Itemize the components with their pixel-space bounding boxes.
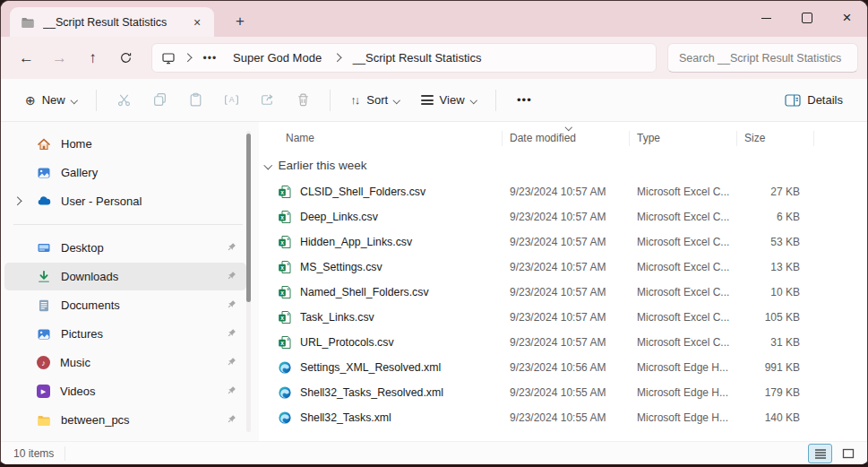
pin-icon — [226, 413, 237, 428]
this-pc-icon[interactable] — [161, 51, 176, 65]
svg-text:x: x — [280, 264, 284, 271]
table-row[interactable]: Settings_XML_Resolved.xml 9/23/2024 10:5… — [259, 355, 867, 380]
details-pane-label: Details — [807, 93, 843, 107]
copy-button[interactable] — [142, 85, 176, 116]
sidebar-item-downloads[interactable]: Downloads — [4, 263, 246, 290]
column-header-type[interactable]: Type — [630, 131, 737, 146]
desktop-icon — [37, 241, 51, 255]
delete-button[interactable] — [286, 85, 320, 116]
file-type: Microsoft Excel C... — [630, 336, 737, 349]
sidebar-item-label: Music — [60, 356, 90, 369]
svg-text:x: x — [280, 189, 284, 195]
table-row[interactable]: axURL_Protocols.csv 9/23/2024 10:57 AM M… — [259, 330, 867, 355]
breadcrumb-ellipsis[interactable]: ••• — [200, 50, 221, 66]
column-header-date-modified[interactable]: Date modified — [503, 131, 630, 146]
search-input[interactable] — [667, 43, 858, 73]
sidebar-item-user-personal[interactable]: User - Personal — [4, 187, 246, 215]
view-button[interactable]: View — [411, 87, 486, 114]
sidebar-item-label: Pictures — [61, 327, 103, 341]
group-header-label: Earlier this week — [279, 159, 367, 172]
large-icons-view-toggle[interactable] — [836, 444, 860, 463]
chevron-down-icon — [71, 97, 78, 104]
edge-html-icon — [278, 385, 292, 400]
sidebar-item-documents[interactable]: Documents — [4, 291, 246, 319]
file-name: Shell32_Tasks.xml — [300, 411, 391, 424]
group-header[interactable]: Earlier this week — [259, 151, 867, 179]
sidebar-item-pictures[interactable]: Pictures — [4, 320, 246, 348]
maximize-button[interactable] — [786, 1, 827, 35]
expand-chevron-icon[interactable] — [13, 197, 21, 205]
minimize-button[interactable] — [746, 1, 786, 35]
sidebar-item-videos[interactable]: ▶ Videos — [4, 377, 246, 405]
sidebar-scrollbar-thumb[interactable] — [246, 134, 251, 302]
forward-button[interactable]: → — [45, 44, 74, 73]
new-button-label: New — [42, 93, 65, 107]
table-row[interactable]: axCLSID_Shell_Folders.csv 9/23/2024 10:5… — [259, 179, 867, 204]
file-size: 10 KB — [737, 286, 814, 298]
edge-html-icon — [278, 360, 292, 375]
table-row[interactable]: axNamed_Shell_Folders.csv 9/23/2024 10:5… — [259, 280, 867, 305]
excel-csv-icon: ax — [278, 260, 292, 274]
sidebar-item-between-pcs[interactable]: between_pcs — [4, 406, 246, 434]
paste-button[interactable] — [178, 85, 212, 116]
rename-button[interactable]: A — [214, 85, 248, 116]
file-type: Microsoft Excel C... — [630, 211, 737, 223]
gallery-icon — [37, 166, 51, 180]
svg-text:a: a — [287, 262, 289, 266]
sidebar-item-home[interactable]: Home — [4, 130, 246, 158]
back-button[interactable]: ← — [12, 44, 41, 73]
file-name: Deep_Links.csv — [300, 211, 378, 223]
sidebar-item-desktop[interactable]: Desktop — [4, 234, 246, 262]
sidebar-scrollbar[interactable] — [246, 131, 251, 432]
chevron-right-icon — [333, 54, 341, 62]
sidebar-item-gallery[interactable]: Gallery — [4, 159, 246, 186]
toolbar-divider — [96, 90, 97, 111]
close-button[interactable]: × — [827, 1, 867, 35]
svg-text:a: a — [287, 237, 289, 241]
details-view-toggle[interactable] — [808, 444, 832, 463]
table-row[interactable]: axTask_Links.csv 9/23/2024 10:57 AM Micr… — [259, 305, 867, 330]
details-pane-icon — [785, 94, 801, 107]
more-options-button[interactable]: ••• — [506, 87, 543, 113]
file-size: 991 KB — [737, 361, 814, 374]
download-arrow-icon — [37, 270, 51, 284]
sidebar-item-label: Home — [61, 137, 92, 151]
svg-text:x: x — [280, 239, 284, 246]
tab-close-icon[interactable]: × — [187, 13, 207, 32]
sidebar-item-music[interactable]: ♪ Music — [4, 349, 246, 376]
pin-icon — [226, 327, 237, 342]
new-tab-button[interactable]: + — [227, 9, 254, 34]
explorer-tab[interactable]: __Script Result Statistics × — [10, 7, 214, 37]
file-name: URL_Protocols.csv — [300, 336, 394, 349]
new-button[interactable]: ⊕ New — [15, 87, 86, 114]
sort-button[interactable]: ↑↓ Sort — [340, 87, 408, 113]
table-row[interactable]: axDeep_Links.csv 9/23/2024 10:57 AM Micr… — [259, 204, 867, 229]
table-row[interactable]: axHidden_App_Links.csv 9/23/2024 10:57 A… — [259, 229, 867, 255]
cut-button[interactable] — [107, 85, 141, 116]
up-button[interactable]: ↑ — [78, 44, 107, 73]
breadcrumb[interactable]: ••• Super God Mode __Script Result Stati… — [151, 43, 657, 73]
file-date: 9/23/2024 10:57 AM — [503, 286, 630, 298]
tab-title: __Script Result Statistics — [43, 16, 179, 29]
breadcrumb-item-super-god-mode[interactable]: Super God Mode — [229, 49, 325, 66]
sidebar-item-label: Downloads — [61, 270, 118, 283]
file-name: CLSID_Shell_Folders.csv — [300, 186, 425, 198]
details-pane-button[interactable]: Details — [775, 87, 853, 113]
collapse-chevron-icon[interactable] — [264, 160, 272, 169]
share-button[interactable] — [250, 85, 284, 116]
table-row[interactable]: Shell32_Tasks_Resolved.xml 9/23/2024 10:… — [259, 380, 867, 405]
file-size: 179 KB — [737, 386, 814, 399]
toolbar-divider — [330, 90, 331, 111]
file-type: Microsoft Edge H... — [630, 386, 737, 399]
table-row[interactable]: Shell32_Tasks.xml 9/23/2024 10:55 AM Mic… — [259, 405, 867, 430]
command-toolbar: ⊕ New A ↑↓ Sort View — [1, 79, 867, 122]
column-header-size[interactable]: Size — [737, 131, 814, 146]
column-header-name[interactable]: Name — [259, 131, 503, 146]
table-row[interactable]: axMS_Settings.csv 9/23/2024 10:57 AM Mic… — [259, 255, 867, 280]
refresh-button[interactable] — [111, 44, 141, 73]
breadcrumb-item-script-result-statistics[interactable]: __Script Result Statistics — [349, 49, 486, 66]
svg-text:a: a — [287, 287, 289, 291]
svg-text:a: a — [287, 337, 289, 342]
file-date: 9/23/2024 10:57 AM — [503, 236, 630, 248]
file-date: 9/23/2024 10:57 AM — [503, 186, 630, 198]
